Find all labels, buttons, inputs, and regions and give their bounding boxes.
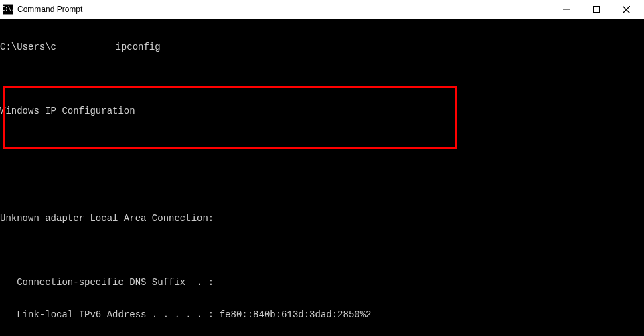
minimize-button[interactable] — [551, 0, 581, 19]
cmd-icon: C:\. — [3, 4, 13, 15]
prompt-prefix: C:\Users\c — [0, 41, 56, 52]
window-title: Command Prompt — [17, 5, 82, 14]
window-titlebar: C:\. Command Prompt — [0, 0, 644, 19]
maximize-button[interactable] — [581, 0, 611, 19]
terminal-output[interactable]: C:\Users\c ipconfig Windows IP Configura… — [0, 19, 644, 336]
adapter-line: Link-local IPv6 Address . . . . . : fe80… — [0, 309, 644, 320]
prompt-line: C:\Users\c ipconfig — [0, 41, 644, 52]
ipconfig-header: Windows IP Configuration — [0, 106, 644, 116]
command-text: ipconfig — [115, 41, 160, 52]
window-controls — [551, 0, 641, 19]
close-button[interactable] — [611, 0, 641, 19]
redacted-username — [56, 43, 110, 52]
adapter-title: Unknown adapter Local Area Connection: — [0, 213, 644, 224]
svg-rect-1 — [593, 7, 599, 13]
adapter-line: Connection-specific DNS Suffix . : — [0, 277, 644, 288]
